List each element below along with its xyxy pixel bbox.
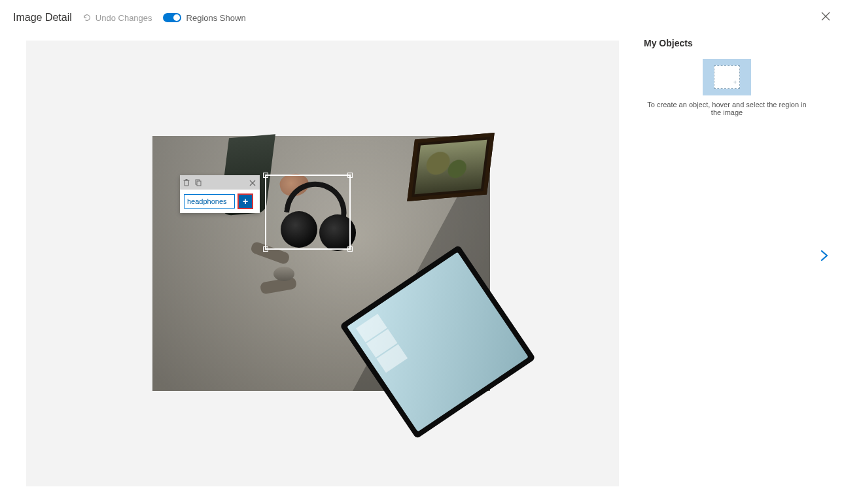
regions-shown-toggle-group: Regions Shown [163,13,246,23]
my-objects-panel: My Objects + To create an object, hover … [639,33,815,122]
plus-icon: + [243,196,248,207]
object-placeholder-wrap: + [644,59,810,95]
tag-editor-popup: + [180,175,260,213]
my-objects-hint: To create an object, hover and select th… [644,101,810,116]
delete-region-icon[interactable] [183,178,190,186]
region-selection-box[interactable] [265,175,351,250]
toggle-knob [173,14,180,21]
image-fan-hub [273,267,294,281]
undo-icon [82,13,92,22]
close-tag-editor-icon[interactable] [249,178,257,186]
image-picture-frame [407,133,495,201]
resize-handle-top-left[interactable] [263,173,268,178]
resize-handle-top-right[interactable] [347,173,353,178]
header-bar: Image Detail Undo Changes Regions Shown [0,0,844,29]
regions-shown-label: Regions Shown [186,13,246,23]
close-icon [821,12,830,23]
undo-changes-button[interactable]: Undo Changes [82,13,152,23]
image-canvas[interactable]: + [152,136,490,391]
next-image-button[interactable] [817,248,832,264]
plus-icon: + [733,79,737,86]
svg-rect-2 [185,180,189,186]
add-tag-highlight: + [237,193,253,209]
tag-input-row: + [180,190,260,213]
add-tag-button[interactable]: + [239,195,252,208]
stamp-icon: + [714,65,740,89]
resize-handle-bottom-right[interactable] [347,246,353,252]
page-title: Image Detail [13,12,72,24]
tag-name-input[interactable] [184,194,235,209]
chevron-right-icon [819,249,830,264]
regions-shown-toggle[interactable] [163,13,181,22]
resize-handle-bottom-left[interactable] [263,246,268,252]
svg-rect-6 [197,181,201,186]
my-objects-title: My Objects [644,38,810,48]
object-placeholder[interactable]: + [703,59,751,95]
image-canvas-panel: + [26,41,619,486]
close-button[interactable] [819,10,832,24]
copy-region-icon[interactable] [194,178,202,186]
undo-label: Undo Changes [96,13,152,23]
tag-editor-toolbar [180,175,260,190]
